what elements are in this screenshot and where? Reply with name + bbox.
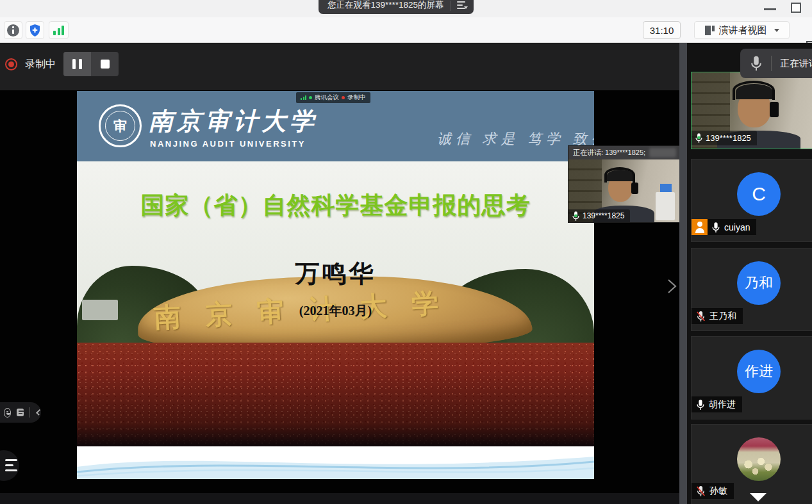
slide-author: 万鸣华 (77, 257, 594, 290)
mic-muted-icon (696, 485, 706, 497)
emoji-icon[interactable] (4, 408, 11, 418)
tooltip-divider (771, 56, 772, 71)
speaker-name-tag: 139****1825 (568, 209, 630, 222)
mic-on-icon (696, 399, 705, 411)
slide-body: 国家（省）自然科学基金申报的思考 南 京 审 计 大 学 万鸣华 (2021年0… (77, 161, 594, 479)
scroll-down-arrow[interactable] (750, 493, 766, 501)
slide-date: (2021年03月) (77, 302, 594, 320)
watermark-recording: 录制中 (347, 93, 366, 102)
security-button[interactable] (26, 21, 44, 39)
network-button[interactable] (49, 21, 69, 39)
participant-name-tag: 139****1825 (692, 131, 757, 145)
participant-tile-huzuojin[interactable]: 作进 胡作进 (691, 336, 812, 419)
slide-title: 国家（省）自然科学基金申报的思考 (77, 190, 594, 222)
reaction-chat-pill (0, 402, 41, 423)
meeting-toolbar: 31:10 演讲者视图 (0, 17, 812, 43)
chat-icon[interactable] (17, 409, 24, 416)
sidebar-scrollbar[interactable] (679, 43, 687, 504)
avatar-photo (737, 437, 781, 481)
mic-on-icon (572, 211, 580, 222)
avatar: 乃和 (737, 261, 781, 305)
participant-name-tag: cuiyan (692, 219, 756, 235)
mic-muted-icon (696, 311, 706, 322)
signal-bars-icon (53, 26, 64, 35)
presentation-slide: 审 南京审计大学 NANJING AUDIT UNIVERSITY 诚信 求是 … (77, 91, 594, 479)
window-titlebar: 您正在观看139****1825的屏幕 (0, 0, 812, 17)
mic-on-icon (711, 222, 720, 233)
participant-tile-video[interactable]: 139****1825 (691, 72, 812, 149)
blurred-watermark (649, 148, 676, 158)
participant-tile-sunmin[interactable]: 孙敏 (691, 424, 812, 504)
red-dot-icon (342, 96, 345, 99)
banner-divider (451, 1, 451, 11)
stop-recording-button[interactable] (91, 52, 119, 76)
red-flowers-band (77, 343, 594, 446)
viewing-banner[interactable]: 您正在观看139****1825的屏幕 (319, 0, 474, 14)
view-mode-button[interactable]: 演讲者视图 (694, 21, 790, 39)
speaker-video-frame: 139****1825 (568, 159, 679, 222)
headphones-band (733, 81, 775, 100)
headphones-band (604, 167, 635, 183)
layout-icon (705, 26, 715, 35)
cabinet (656, 192, 675, 220)
slide-header-band: 审 南京审计大学 NANJING AUDIT UNIVERSITY 诚信 求是 … (77, 91, 594, 161)
next-chevron-icon[interactable] (665, 278, 678, 295)
maximize-button[interactable] (791, 3, 801, 13)
mini-signal-icon (301, 95, 306, 100)
participant-tile-wangnaihe[interactable]: 乃和 王乃和 (691, 248, 812, 331)
participant-name-tag: 孙敏 (692, 483, 734, 499)
headphone-cup (631, 183, 638, 194)
participant-video-frame: 139****1825 (692, 72, 812, 149)
speaking-tooltip: 正在讲话 (740, 49, 812, 78)
blue-box (660, 184, 672, 192)
shield-plus-icon (29, 24, 41, 37)
university-seal-icon: 审 (99, 104, 142, 147)
tooltip-text: 正在讲话 (780, 58, 812, 70)
avatar: 作进 (737, 350, 781, 393)
participant-name-tag: 王乃和 (692, 308, 743, 324)
recording-controls: 录制中 (5, 51, 119, 77)
chevron-down-icon (774, 29, 779, 32)
meeting-timer: 31:10 (643, 21, 681, 39)
meeting-window: 您正在观看139****1825的屏幕 31:10 演讲者视图 (0, 0, 812, 504)
recording-dot-icon (5, 58, 17, 70)
banner-menu-icon[interactable] (457, 1, 467, 10)
participant-tile-cuiyan[interactable]: C cuiyan (691, 159, 812, 242)
profile-badge-icon (692, 219, 708, 235)
bottom-strip (0, 493, 679, 504)
pill-divider (29, 407, 30, 418)
avatar: C (737, 172, 781, 216)
wave-footer (77, 446, 594, 479)
green-dot-icon (309, 96, 312, 99)
recording-label: 录制中 (25, 58, 56, 71)
university-name-cn: 南京审计大学 (149, 105, 318, 138)
meeting-watermark-badge: 腾讯会议 录制中 (296, 92, 370, 103)
floating-speaker-video[interactable]: 正在讲话: 139****1825; 139****1825 (568, 146, 679, 222)
headphone-cup (770, 102, 779, 117)
participant-name-tag: 胡作进 (692, 396, 742, 412)
pause-recording-button[interactable] (63, 52, 91, 76)
minimize-button[interactable] (764, 8, 776, 10)
watermark-app-name: 腾讯会议 (315, 93, 339, 102)
viewing-banner-text: 您正在观看139****1825的屏幕 (327, 0, 444, 11)
mic-speaking-icon (695, 133, 703, 143)
info-icon (7, 24, 19, 37)
mic-tooltip-icon (750, 55, 763, 72)
info-button[interactable] (4, 21, 22, 39)
university-name-en: NANJING AUDIT UNIVERSITY (150, 139, 306, 149)
view-mode-label: 演讲者视图 (719, 24, 767, 37)
